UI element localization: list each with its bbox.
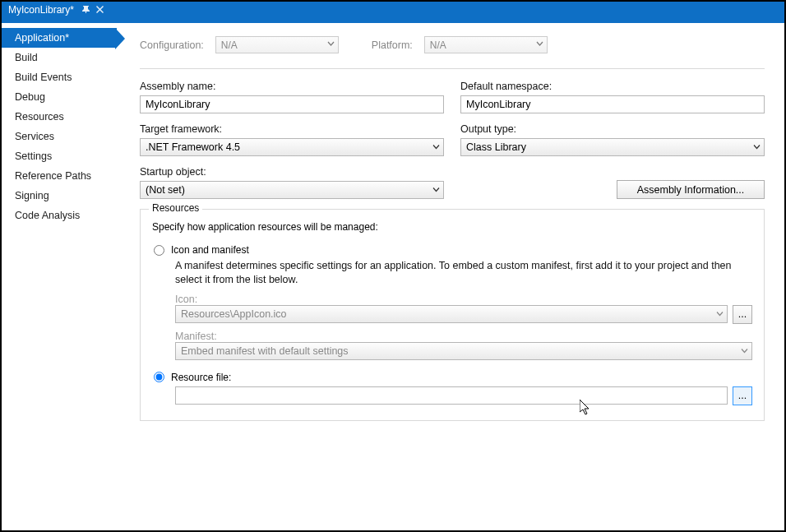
icon-label: Icon: [175, 294, 752, 305]
default-namespace-label: Default namespace: [460, 81, 765, 92]
document-tab[interactable]: MyIconLibrary* [2, 2, 112, 18]
chevron-down-icon [716, 311, 724, 318]
sidebar-item-signing[interactable]: Signing [2, 186, 117, 206]
startup-object-select[interactable]: (Not set) [140, 181, 444, 199]
assembly-name-label: Assembly name: [140, 81, 444, 92]
chevron-down-icon [327, 40, 335, 48]
startup-object-value: (Not set) [146, 184, 185, 196]
pin-icon[interactable] [82, 6, 90, 15]
output-type-value: Class Library [466, 141, 526, 153]
icon-select: Resources\AppIcon.ico [175, 305, 728, 323]
platform-value: N/A [430, 39, 446, 51]
sidebar-item-build-events[interactable]: Build Events [2, 67, 117, 87]
sidebar-item-services[interactable]: Services [2, 127, 117, 146]
output-type-select[interactable]: Class Library [460, 138, 765, 156]
resources-group-title: Resources [149, 202, 202, 214]
resources-subtitle: Specify how application resources will b… [152, 221, 752, 233]
close-icon[interactable] [96, 5, 104, 15]
chevron-down-icon [536, 40, 543, 48]
default-namespace-input[interactable] [460, 95, 765, 113]
icon-value: Resources\AppIcon.ico [181, 308, 287, 320]
target-framework-value: .NET Framework 4.5 [146, 141, 240, 153]
platform-label: Platform: [372, 39, 413, 51]
resource-file-browse-button[interactable]: ... [733, 386, 752, 405]
icon-manifest-help: A manifest determines specific settings … [175, 259, 752, 287]
icon-manifest-radio[interactable]: Icon and manifest [154, 244, 752, 256]
manifest-value: Embed manifest with default settings [181, 345, 349, 357]
assembly-name-input[interactable] [140, 95, 444, 113]
manifest-label: Manifest: [175, 331, 752, 342]
manifest-select: Embed manifest with default settings [175, 342, 752, 360]
output-type-label: Output type: [460, 123, 765, 135]
sidebar-item-code-analysis[interactable]: Code Analysis [2, 206, 117, 225]
chevron-down-icon [432, 187, 440, 194]
configuration-select: N/A [215, 36, 339, 53]
resources-group: Resources Specify how application resour… [140, 209, 765, 421]
assembly-information-button[interactable]: Assembly Information... [617, 180, 765, 199]
sidebar-item-application[interactable]: Application* [2, 28, 117, 48]
chevron-down-icon [741, 347, 748, 354]
chevron-down-icon [432, 144, 440, 151]
platform-select: N/A [424, 36, 548, 53]
tab-title: MyIconLibrary* [8, 4, 74, 16]
configuration-value: N/A [221, 39, 238, 51]
sidebar-item-build[interactable]: Build [2, 48, 117, 67]
configuration-label: Configuration: [140, 39, 204, 51]
target-framework-select[interactable]: .NET Framework 4.5 [140, 138, 444, 156]
sidebar-item-reference-paths[interactable]: Reference Paths [2, 166, 117, 186]
sidebar-item-debug[interactable]: Debug [2, 87, 117, 107]
icon-browse-button: ... [733, 305, 752, 324]
target-framework-label: Target framework: [140, 123, 444, 135]
chevron-down-icon [753, 144, 761, 151]
sidebar-item-settings[interactable]: Settings [2, 146, 117, 166]
resource-file-input[interactable] [175, 386, 728, 405]
startup-object-label: Startup object: [140, 166, 444, 178]
sidebar-item-resources[interactable]: Resources [2, 107, 117, 127]
resource-file-radio[interactable]: Resource file: [154, 372, 752, 383]
